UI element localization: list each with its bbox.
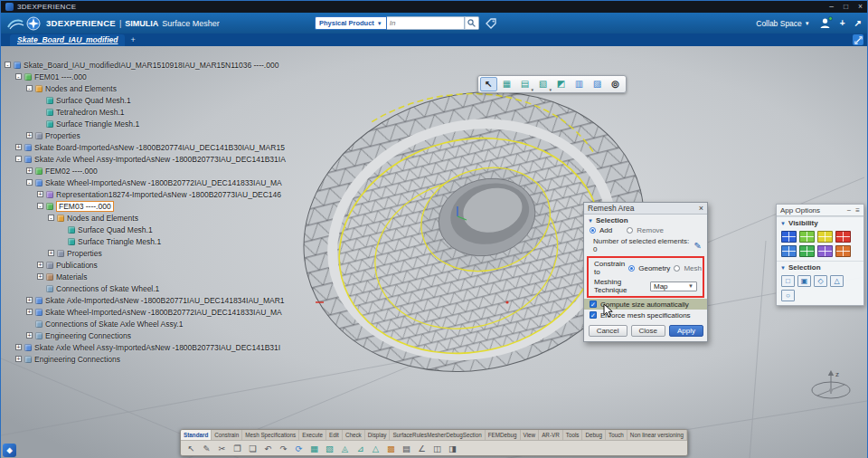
tree-item[interactable]: Surface Quad Mesh.1	[3, 94, 310, 106]
search-input[interactable]	[387, 16, 465, 30]
user-avatar[interactable]	[819, 17, 831, 29]
split-element-icon[interactable]: ◬	[338, 442, 352, 454]
display-quality-green-icon[interactable]	[799, 231, 815, 243]
swap-edge-icon[interactable]: ⊿	[354, 442, 367, 454]
dock-tab-standard[interactable]: Standard	[181, 430, 212, 440]
tree-item[interactable]: +Skate Board-ImportedAsNew -1800B20774IA…	[3, 141, 310, 153]
new-tab-button[interactable]: +	[130, 35, 135, 44]
select-tool[interactable]: ↖	[480, 77, 497, 91]
tree-item[interactable]: -FEM03 ----.000	[3, 200, 310, 212]
display-mesh-blue-icon[interactable]	[781, 231, 797, 243]
dock-tab-touch[interactable]: Touch	[606, 430, 627, 440]
select-bodies-icon[interactable]: ○	[781, 290, 795, 301]
cancel-button[interactable]: Cancel	[589, 325, 627, 337]
close-button[interactable]: Close	[631, 325, 665, 337]
tree-expander-icon[interactable]: +	[37, 273, 43, 280]
tree-item[interactable]: -Skate_Board_IAU_modifiedIAU_MAR1510918I…	[3, 59, 310, 71]
tree-expander-icon[interactable]: -	[5, 62, 11, 68]
select-nodes-icon[interactable]: □	[781, 275, 795, 287]
meshing-technique-dropdown[interactable]: Map ▼	[650, 281, 697, 291]
tree-expander-icon[interactable]: -	[15, 156, 22, 162]
select-edges-icon[interactable]: △	[830, 275, 844, 287]
measure-angle-icon[interactable]: ∠	[415, 442, 429, 454]
geometry-radio[interactable]	[628, 265, 635, 272]
dock-tab-display[interactable]: Display	[365, 430, 391, 440]
dock-tab-femdebug[interactable]: FEMDebug	[486, 430, 521, 440]
tree-item[interactable]: +Properties	[3, 129, 310, 141]
tree-item[interactable]: Tetrahedron Mesh.1	[3, 106, 310, 118]
tree-item[interactable]: Surface Triangle Mesh.1	[3, 235, 310, 247]
remesh-area-tool[interactable]: ▦	[498, 77, 515, 91]
merge-mesh-tool[interactable]: ◩	[552, 77, 570, 91]
display-shrink-elements-icon[interactable]	[799, 245, 815, 257]
enforce-specs-checkbox[interactable]: ✓	[590, 311, 597, 319]
compute-size-checkbox[interactable]: ✓	[590, 301, 597, 308]
mesh-radio[interactable]	[674, 265, 680, 272]
tree-expander-icon[interactable]: +	[26, 167, 33, 174]
tree-expander-icon[interactable]: +	[48, 250, 54, 256]
tree-item[interactable]: Connections of Skate Axle Wheel Assy.1	[3, 318, 310, 329]
3dexperience-compass-icon[interactable]	[26, 16, 41, 31]
search-button[interactable]	[465, 16, 479, 30]
update-icon[interactable]: ⟳	[292, 442, 306, 454]
dock-tab-tools[interactable]: Tools	[563, 430, 583, 440]
tree-item[interactable]: Connections of Skate Wheel.1	[3, 282, 310, 294]
tree-item[interactable]: +Skate Axle-ImportedAsNew -1800B20771IAU…	[3, 294, 310, 306]
dock-tab-debug[interactable]: Debug	[582, 430, 606, 440]
dock-tab-view[interactable]: View	[521, 430, 540, 440]
compass-launcher-icon[interactable]: ◈	[3, 444, 16, 457]
tree-expander-icon[interactable]: +	[26, 332, 33, 339]
display-quality-yellow-icon[interactable]	[817, 231, 833, 243]
display-normals-icon[interactable]	[817, 245, 833, 257]
mesh-surface-icon[interactable]: ▦	[307, 442, 321, 454]
mesh-info-icon[interactable]: ▤	[400, 442, 413, 454]
tree-expander-icon[interactable]: +	[15, 356, 22, 362]
paint-select-icon[interactable]: ✎	[200, 442, 213, 454]
close-button[interactable]: ×	[858, 1, 863, 13]
remove-radio[interactable]	[627, 227, 633, 234]
collab-space-dropdown[interactable]: Collab Space ▼	[756, 19, 810, 28]
copy-icon[interactable]: ❐	[231, 442, 244, 454]
compute-size-row[interactable]: ✓ Compute size automatically	[584, 299, 707, 310]
tree-expander-icon[interactable]: +	[15, 344, 22, 350]
split-mesh-tool[interactable]: ▤▾	[516, 77, 533, 91]
tree-item[interactable]: +Materials	[3, 271, 310, 282]
share-button[interactable]: ↗	[854, 18, 862, 28]
dock-tab-non-linear-versioning[interactable]: Non linear versioning	[627, 430, 687, 440]
visibility-section-header[interactable]: ▼ Visibility	[777, 216, 863, 229]
tree-item[interactable]: Surface Quad Mesh.1	[3, 224, 310, 235]
dock-tab-mesh-specifications[interactable]: Mesh Specifications	[242, 430, 299, 440]
minimize-button[interactable]: –	[829, 1, 834, 13]
tree-item[interactable]: +Engineering Connections	[3, 329, 310, 341]
tree-expander-icon[interactable]: -	[48, 215, 54, 221]
dialog-close-button[interactable]: ×	[699, 203, 703, 214]
search-scope-dropdown[interactable]: Physical Product ▼	[315, 16, 387, 30]
tree-item[interactable]: +Skate Wheel-ImportedAsNew -1800B20772IA…	[3, 306, 310, 318]
tree-item[interactable]: -FEM01 ----.000	[3, 71, 310, 82]
tree-expander-icon[interactable]: -	[26, 179, 33, 186]
tree-item[interactable]: +Representation18274-ImportedAsNew -1800…	[3, 188, 310, 200]
cut-icon[interactable]: ✂	[215, 442, 229, 454]
tree-item[interactable]: +FEM02 ----.000	[3, 165, 310, 177]
panel-minimize-icon[interactable]: −	[847, 206, 852, 215]
element-edit-tool[interactable]: ▨	[589, 77, 606, 91]
display-thickness-icon[interactable]	[835, 245, 851, 257]
select-elements-icon[interactable]: ▣	[797, 275, 811, 287]
tree-expander-icon[interactable]: -	[37, 203, 43, 209]
redo-icon[interactable]: ↷	[277, 442, 290, 454]
tree-expander-icon[interactable]: -	[26, 85, 33, 91]
fullscreen-toggle-button[interactable]	[853, 34, 863, 45]
tree-item[interactable]: -Nodes and Elements	[3, 212, 310, 224]
dialog-titlebar[interactable]: Remesh Area ×	[584, 203, 707, 215]
edit-mesh-tool[interactable]: ▧▾	[534, 77, 552, 91]
tree-item[interactable]: +Engineering Connections	[3, 353, 310, 365]
paint-select-icon[interactable]: ✎	[694, 241, 702, 251]
tree-expander-icon[interactable]: +	[37, 191, 43, 197]
select-cursor-icon[interactable]: ↖	[184, 442, 198, 454]
add-content-button[interactable]: +	[840, 18, 845, 28]
tree-expander-icon[interactable]: -	[15, 73, 22, 80]
app-options-header[interactable]: App Options − ≡	[777, 205, 863, 216]
tags-button[interactable]	[486, 18, 496, 29]
selection-section-header2[interactable]: ▼ Selection	[777, 261, 863, 273]
tree-item[interactable]: -Nodes and Elements	[3, 82, 310, 94]
